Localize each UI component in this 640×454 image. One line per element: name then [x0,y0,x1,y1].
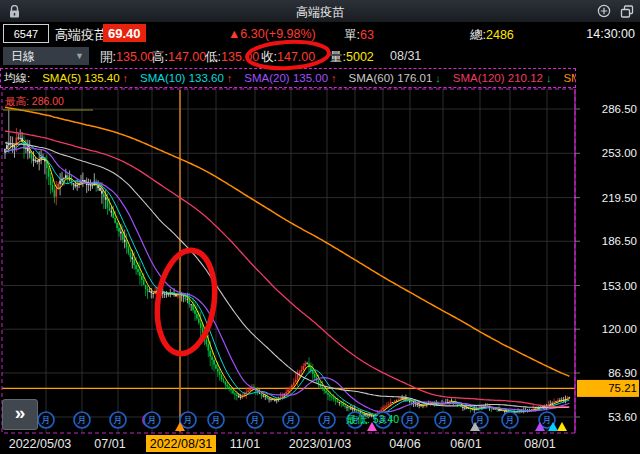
month-icon: 月 [113,414,123,425]
month-icon: 月 [41,414,51,425]
ohlc-field-1: 高:147.00 [152,49,206,66]
quote-time: 14:30:00 [586,27,635,41]
date-tick-label: 08/01 [524,437,555,451]
price-tick-label: 186.50 [602,235,637,247]
expand-panel-button[interactable]: » [2,399,38,430]
period-dropdown[interactable]: 日線 ▼ [3,47,89,65]
down-arrow-icon: ↓ [435,72,441,84]
sma-legend-item-1: SMA(10) 133.60↑ [140,72,232,84]
highest-price-label: 最高: 286.00 [5,95,64,107]
sma-20-line [5,148,569,413]
date-tick-label: 11/01 [230,437,260,451]
sma-legend-prefix: 均線: [4,71,30,86]
total-volume-label: 總 [470,28,483,42]
candlestick-chart[interactable]: 月月月月月月月月月月月月月月月月最高: 286.00最低: 53.40286.5… [0,88,640,454]
up-arrow-icon: ↑ [227,72,233,84]
restore-window-icon[interactable] [620,4,634,22]
window-title: 高端疫苗 [0,4,640,21]
chart-border [2,89,575,433]
zoom-plus-icon[interactable] [597,4,611,22]
price-tick-label: 219.50 [602,192,637,204]
price-tick-label: 86.90 [608,367,637,379]
sma-legend-item-2: SMA(20) 135.00↑ [244,72,336,84]
date-tick-label: 2023/01/03 [289,437,352,451]
price-change: ▲6.30(+9.98%) [228,27,316,41]
month-icon: 月 [211,414,221,425]
event-triangle-icon-5 [557,422,567,431]
up-arrow-icon: ↑ [331,72,337,84]
svg-text:75.21: 75.21 [608,382,637,394]
chevron-down-icon: ▼ [75,51,84,61]
last-price-badge: 69.40 [103,24,146,42]
date-axis: 2022/05/0307/012022/08/3111/012023/01/03… [9,435,556,452]
price-axis: 286.50253.00219.50186.50153.00120.0086.9… [575,103,639,423]
single-volume-value: 63 [360,28,374,42]
date-tick-label: 04/06 [389,437,420,451]
period-dropdown-value: 日線 [11,48,35,65]
single-volume: 單:63 [344,27,374,44]
month-icon: 月 [322,414,332,425]
month-icon: 月 [505,414,515,425]
single-volume-label: 單 [344,28,357,42]
sma-5-line [5,140,569,415]
controls-row: 日線 ▼ 開:135.00高:147.00低:135.00收:147.00量:5… [0,46,640,68]
month-icon: 月 [286,414,296,425]
title-bar: 高端疫苗 [0,0,640,22]
trading-app-window: { "window": { "title": "高端疫苗" }, "quote"… [0,0,640,454]
month-icon: 月 [147,414,157,425]
price-tick-label: 153.00 [602,280,637,292]
ohlc-field-4: 量:5002 [330,49,374,66]
date-tick-label: 2022/08/31 [150,437,213,451]
month-icon: 月 [542,414,552,425]
sma-240-line [5,107,569,376]
symbol-input[interactable]: 6547 [3,24,49,43]
month-markers: 月月月月月月月月月月月月月月月月 [38,412,555,428]
stock-name: 高端疫苗 [55,26,107,44]
month-icon: 月 [475,414,485,425]
price-tick-label: 53.60 [608,411,637,423]
quote-row: 6547 高端疫苗 69.40 ▲6.30(+9.98%) 單:63 總:248… [0,22,640,46]
sma-legend-item-4: SMA(120) 210.12↓ [453,72,552,84]
sma-legend-item-3: SMA(60) 176.01↓ [349,72,441,84]
quote-date: 08/31 [390,49,421,63]
date-tick-label: 07/01 [94,437,125,451]
month-icon: 月 [250,414,260,425]
date-tick-label: 06/01 [450,437,481,451]
total-volume-value: 2486 [486,28,514,42]
month-icon: 月 [183,414,193,425]
sma-legend-item-0: SMA(5) 135.40↑ [42,72,128,84]
chart-grid [2,89,575,433]
ohlc-field-0: 開:135.00 [100,49,154,66]
price-tick-label: 286.50 [602,103,637,115]
date-tick-label: 2022/05/03 [9,437,72,451]
month-icon: 月 [438,414,448,425]
price-tick-label: 120.00 [602,323,637,335]
month-icon: 月 [405,414,415,425]
ohlc-field-3: 收:147.00 [261,49,315,66]
month-icon: 月 [77,414,87,425]
candles [4,110,570,418]
sma-legend-item-5: SMA(240 [563,72,576,84]
sma-legend: 均線: SMA(5) 135.40↑SMA(10) 133.60↑SMA(20)… [0,68,576,88]
down-arrow-icon: ↓ [546,72,552,84]
price-tick-label: 253.00 [602,147,637,159]
up-arrow-icon: ↑ [123,72,129,84]
ohlc-field-2: 低:135.00 [205,49,259,66]
total-volume: 總:2486 [470,27,514,44]
